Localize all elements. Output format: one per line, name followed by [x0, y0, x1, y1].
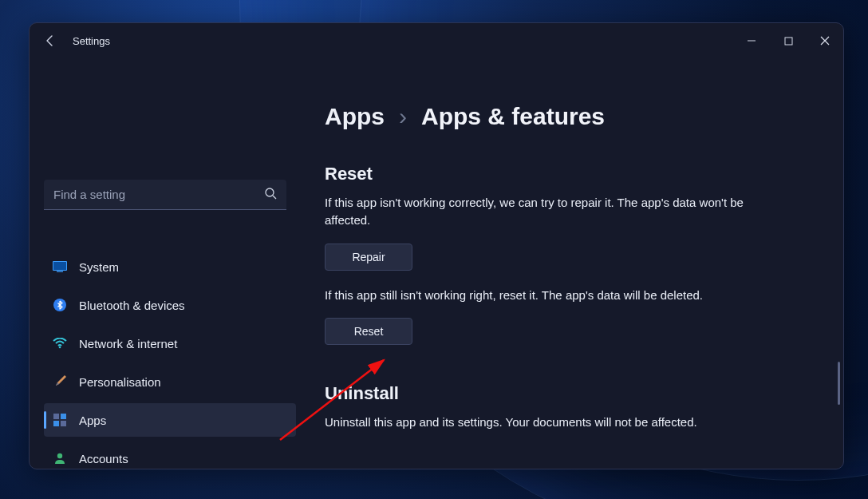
sidebar-item-label: System: [79, 260, 119, 274]
reset-button[interactable]: Reset: [325, 318, 412, 345]
svg-rect-12: [61, 414, 66, 419]
minimize-icon: [747, 36, 756, 46]
person-icon: [52, 450, 68, 466]
breadcrumb-current: Apps & features: [421, 103, 605, 130]
svg-rect-13: [53, 421, 59, 426]
wifi-icon: [52, 335, 68, 351]
sidebar-item-personalisation[interactable]: Personalisation: [44, 365, 296, 398]
sidebar-item-label: Accounts: [79, 452, 128, 465]
uninstall-description: Uninstall this app and its settings. You…: [325, 414, 787, 431]
titlebar: Settings: [30, 23, 843, 58]
apps-icon: [52, 412, 68, 428]
svg-rect-11: [53, 414, 59, 419]
breadcrumb: Apps › Apps & features: [325, 103, 826, 130]
monitor-icon: [52, 259, 68, 275]
svg-rect-1: [785, 38, 792, 45]
repair-description: If this app isn't working correctly, we …: [325, 194, 787, 229]
close-button[interactable]: [807, 23, 843, 58]
uninstall-section-title: Uninstall: [325, 383, 826, 404]
content-pane: Apps › Apps & features Reset If this app…: [301, 58, 843, 469]
svg-point-10: [59, 347, 61, 349]
svg-point-15: [57, 453, 62, 458]
bluetooth-icon: [52, 297, 68, 313]
sidebar-item-label: Bluetooth & devices: [79, 299, 185, 312]
window-controls: [733, 23, 843, 58]
back-button[interactable]: [37, 28, 63, 53]
sidebar-item-bluetooth[interactable]: Bluetooth & devices: [44, 288, 296, 322]
sidebar: System Bluetooth & devices Network & int…: [30, 58, 301, 469]
maximize-icon: [784, 37, 793, 46]
svg-line-5: [273, 196, 276, 199]
chevron-right-icon: ›: [399, 103, 407, 130]
sidebar-item-accounts[interactable]: Accounts: [44, 442, 296, 469]
svg-rect-8: [57, 271, 63, 272]
search-input[interactable]: [53, 188, 264, 201]
sidebar-item-label: Network & internet: [79, 337, 177, 350]
minimize-button[interactable]: [733, 23, 770, 58]
sidebar-item-label: Apps: [79, 414, 106, 427]
search-box[interactable]: [44, 180, 286, 210]
close-icon: [820, 36, 830, 46]
sidebar-item-label: Personalisation: [79, 375, 161, 389]
breadcrumb-parent[interactable]: Apps: [325, 103, 385, 130]
sidebar-item-system[interactable]: System: [44, 250, 296, 283]
sidebar-nav: System Bluetooth & devices Network & int…: [44, 250, 296, 469]
content-scrollbar[interactable]: [838, 362, 840, 405]
paintbrush-icon: [52, 374, 68, 390]
reset-section-title: Reset: [325, 164, 826, 184]
svg-point-4: [266, 188, 274, 196]
sidebar-item-apps[interactable]: Apps: [44, 403, 296, 437]
app-title: Settings: [73, 35, 110, 47]
sidebar-item-network[interactable]: Network & internet: [44, 327, 296, 360]
maximize-button[interactable]: [770, 23, 807, 58]
reset-description: If this app still isn't working right, r…: [325, 287, 787, 304]
search-icon: [264, 187, 277, 203]
svg-rect-14: [61, 421, 66, 426]
arrow-left-icon: [44, 34, 57, 47]
svg-rect-7: [53, 262, 66, 270]
repair-button[interactable]: Repair: [325, 244, 412, 271]
settings-window: Settings: [29, 22, 844, 469]
